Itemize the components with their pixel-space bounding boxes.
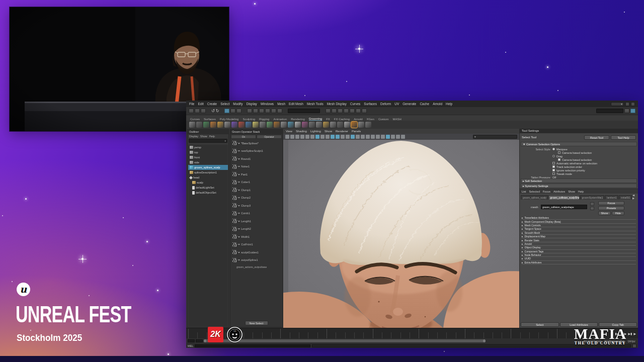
operator-enabled-dot[interactable] (238, 190, 239, 191)
menu-uv[interactable]: UV (394, 102, 399, 106)
viewport-toggle-icon[interactable] (315, 135, 319, 139)
ae-section-tangent-space[interactable]: ▸Tangent Space (522, 227, 636, 231)
outliner-item-groom_splines_scalp[interactable]: groom_splines_scalp (188, 165, 228, 170)
viewport-toggle-icon[interactable] (366, 135, 370, 139)
outliner-item-splineDescription1[interactable]: splineDescription1 (188, 170, 228, 175)
viewport-toggle-icon[interactable] (396, 135, 400, 139)
viewport-toggle-icon[interactable] (351, 135, 355, 139)
ae-menu-list[interactable]: List (522, 190, 526, 193)
shelf-tool-icon[interactable] (231, 122, 237, 128)
ae-tab-groom_collision_scalpShape[interactable]: groom_collision_scalpShape (548, 195, 580, 200)
outliner-menu-show[interactable]: Show (200, 135, 207, 138)
checkbox[interactable] (552, 169, 555, 171)
shelf-tool-icon[interactable] (189, 122, 195, 128)
radiobox[interactable] (552, 148, 555, 150)
operator-enabled-dot[interactable] (238, 259, 239, 260)
viewport-toggle-icon[interactable] (356, 135, 360, 139)
checkbox[interactable] (558, 158, 560, 161)
ae-tab-nav-arrows[interactable]: ◀ ▶ (632, 194, 637, 200)
operator-enabled-dot[interactable] (238, 213, 239, 214)
menu-surfaces[interactable]: Surfaces (364, 102, 377, 106)
viewport-canvas[interactable] (283, 140, 519, 328)
toolbar-icon[interactable] (344, 109, 349, 113)
shelf-tool-icon[interactable] (365, 122, 371, 128)
shelf-tool-icon[interactable] (274, 122, 280, 128)
viewport-toggle-icon[interactable] (341, 135, 345, 139)
hide-button[interactable]: Hide (612, 211, 624, 215)
shelf-tab-grooming[interactable]: Grooming (309, 117, 322, 121)
operator-sculptGuides1[interactable]: sculptGuides1 (230, 248, 282, 256)
menu-display[interactable]: Display (246, 102, 257, 106)
layout-icon[interactable] (625, 102, 629, 106)
viewport-toggle-icon[interactable] (336, 135, 340, 139)
viewport-menu-show[interactable]: Show (325, 130, 332, 133)
shelf-tool-icon[interactable] (344, 122, 350, 128)
presets-button[interactable]: Presets (598, 206, 624, 210)
viewport-toggle-icon[interactable] (386, 135, 390, 139)
operator-Clump1[interactable]: Clump1 (230, 186, 282, 194)
menu-windows[interactable]: Windows (261, 102, 274, 106)
operator-Clump3[interactable]: Clump3 (230, 202, 282, 210)
viewport-toggle-icon[interactable] (371, 135, 375, 139)
mesh-connect-buttons[interactable] (590, 202, 594, 211)
menu-mesh-tools[interactable]: Mesh Tools (307, 102, 324, 106)
toolbar-icon[interactable] (230, 109, 235, 113)
checkbox[interactable] (552, 172, 555, 175)
ae-menu-selected[interactable]: Selected (529, 190, 540, 193)
shelf-tool-icon[interactable] (217, 122, 223, 128)
toolbar-icon[interactable] (362, 109, 367, 113)
toolbar-icon[interactable] (326, 109, 331, 113)
viewport-toggle-icon[interactable] (391, 135, 395, 139)
operator-Round1[interactable]: Round1 (230, 155, 282, 163)
operator-Length2[interactable]: Length2 (230, 225, 282, 233)
toolbar-icon[interactable] (195, 109, 200, 113)
menu-mesh[interactable]: Mesh (277, 102, 285, 106)
ae-menu-show[interactable]: Show (568, 190, 575, 193)
shelf-tool-icon[interactable] (267, 122, 273, 128)
viewport-toggle-icon[interactable] (295, 135, 299, 139)
shelf-tool-icon[interactable] (337, 122, 343, 128)
ae-section-render-stats[interactable]: ▸Render Stats (522, 238, 636, 242)
ae-section-displacement-map[interactable]: ▸Displacement Map (522, 235, 636, 238)
outliner-menu-display[interactable]: Display (189, 135, 198, 138)
operator-enabled-dot[interactable] (238, 221, 239, 222)
common-selection-options-header[interactable]: ▼ Common Selection Options (521, 142, 637, 146)
operator-Cutter1[interactable]: Cutter1 (230, 178, 282, 187)
viewport-toggle-icon[interactable] (310, 135, 314, 139)
operator-Comb1[interactable]: Comb1 (230, 210, 282, 218)
ae-section-extra-attributes[interactable]: ▸Extra Attributes (522, 261, 636, 264)
undo-icon[interactable]: ↺ (211, 109, 215, 113)
opstack-column-operator[interactable]: Operator (257, 135, 282, 139)
toolbar-icon[interactable] (332, 109, 337, 113)
shelf-tool-icon[interactable] (253, 122, 259, 128)
viewport-menu-lighting[interactable]: Lighting (310, 130, 321, 133)
operator-Noise1[interactable]: Noise1 (230, 163, 282, 171)
operator-enabled-dot[interactable] (238, 205, 239, 206)
viewport-toggle-icon[interactable] (285, 135, 289, 139)
operator-child-item[interactable]: groom_actions_outputbase (230, 264, 282, 270)
operator-enabled-dot[interactable] (238, 236, 239, 237)
toolbar-icon[interactable] (259, 109, 264, 113)
menu-file[interactable]: File (189, 102, 194, 106)
menu-generate[interactable]: Generate (403, 102, 416, 106)
shelf-tool-icon[interactable] (302, 122, 308, 128)
toolbar-icon[interactable] (338, 109, 343, 113)
range-start-field[interactable] (188, 339, 195, 342)
toolbar-icon[interactable] (224, 109, 229, 113)
viewport-toggle-icon[interactable] (401, 135, 405, 139)
range-slider[interactable]: No Anim LayerNo Character Set24 fps (186, 338, 638, 343)
menu-help[interactable]: Help (446, 102, 452, 106)
viewport-toggle-icon[interactable] (381, 135, 385, 139)
operator-Width1[interactable]: Width1 (230, 233, 282, 241)
operator-enabled-dot[interactable] (238, 150, 239, 151)
outliner-search[interactable]: ▾ (189, 139, 227, 143)
operator-Length1[interactable]: Length1 (230, 217, 282, 225)
outliner-item-top[interactable]: top (188, 150, 228, 155)
ae-menu-focus[interactable]: Focus (543, 190, 550, 193)
ae-tab-lambert1[interactable]: lambert1 (605, 195, 618, 200)
operator-enabled-dot[interactable] (238, 166, 239, 167)
tool-help-button[interactable]: Tool Help (611, 135, 636, 140)
range-bar[interactable] (204, 339, 486, 342)
playback-option-24-fps[interactable]: 24 fps (626, 339, 636, 343)
shelf-tool-icon[interactable] (210, 122, 216, 128)
